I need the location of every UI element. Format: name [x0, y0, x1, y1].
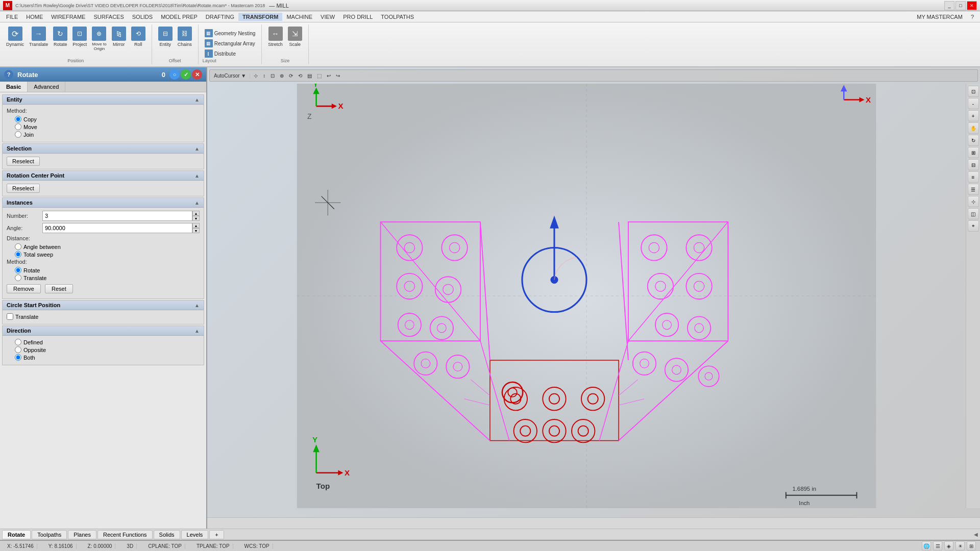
section-rotation-center-header[interactable]: Rotation Center Point ▲: [3, 171, 204, 181]
vp-tool-6[interactable]: ⟲: [296, 72, 304, 79]
vp-tool-9[interactable]: ↩: [325, 72, 333, 79]
ribbon-btn-roll[interactable]: ⟲ Roll: [129, 26, 148, 48]
method-move-radio[interactable]: [15, 123, 21, 130]
vp-tool-7[interactable]: ▤: [305, 72, 314, 79]
angle-between-radio[interactable]: [15, 243, 21, 250]
menu-home[interactable]: HOME: [22, 13, 47, 21]
section-selection-collapse[interactable]: ▲: [194, 146, 200, 152]
angle-up-btn[interactable]: ▲: [192, 223, 200, 228]
status-icon-sun[interactable]: ☀: [955, 541, 965, 550]
section-entity-header[interactable]: Entity ▲: [3, 95, 204, 105]
rt-tool-4[interactable]: ☰: [968, 184, 979, 195]
number-input[interactable]: [42, 211, 192, 221]
ribbon-btn-entity[interactable]: ⊟ Entity: [156, 26, 175, 48]
section-circle-start-collapse[interactable]: ▲: [194, 303, 200, 308]
bottomtab-planes[interactable]: Planes: [68, 530, 96, 539]
rotation-center-reselect-button[interactable]: Reselect: [7, 184, 40, 193]
angle-down-btn[interactable]: ▼: [192, 228, 200, 233]
rt-tool-1[interactable]: ⊞: [968, 147, 979, 158]
vp-tool-5[interactable]: ⟳: [287, 72, 295, 79]
status-icon-grid[interactable]: ⊞: [967, 541, 976, 550]
ribbon-btn-translate[interactable]: → Translate: [27, 26, 50, 48]
status-icon-3d[interactable]: ◈: [944, 541, 953, 550]
menu-view[interactable]: VIEW: [316, 13, 339, 21]
menu-pro-drill[interactable]: PRO DRILL: [339, 13, 377, 21]
menu-toolpaths[interactable]: TOOLPATHS: [377, 13, 418, 21]
section-direction-collapse[interactable]: ▲: [194, 328, 200, 334]
menu-transform[interactable]: TRANSFORM: [238, 13, 282, 21]
vp-tool-3[interactable]: ⊡: [268, 72, 277, 79]
translate-method-radio[interactable]: [15, 274, 21, 281]
menu-my-mastercam[interactable]: MY MASTERCAM: [913, 13, 967, 21]
tab-advanced[interactable]: Advanced: [28, 82, 65, 92]
rt-zoom-in[interactable]: +: [968, 110, 979, 121]
rt-tool-7[interactable]: ⌖: [968, 220, 979, 232]
rt-zoom-out[interactable]: -: [968, 98, 979, 109]
bottomtab-recent-functions[interactable]: Recent Functions: [97, 530, 153, 539]
rt-tool-5[interactable]: ⊹: [968, 196, 979, 207]
status-icon-globe[interactable]: 🌐: [922, 541, 931, 550]
reset-button[interactable]: Reset: [45, 284, 73, 293]
section-instances-collapse[interactable]: ▲: [194, 200, 200, 206]
section-direction-header[interactable]: Direction ▲: [3, 326, 204, 336]
menu-surfaces[interactable]: SURFACES: [89, 13, 128, 21]
menu-file[interactable]: FILE: [2, 13, 22, 21]
menu-help[interactable]: ?: [967, 13, 978, 21]
help-icon[interactable]: ?: [4, 70, 13, 79]
panel-cancel-btn[interactable]: ✕: [192, 69, 202, 80]
menu-wireframe[interactable]: WIREFRAME: [47, 13, 89, 21]
rt-zoom-fit[interactable]: ⊡: [968, 86, 979, 97]
translate-checkbox[interactable]: [7, 313, 13, 320]
bottomtab-toolpaths[interactable]: Toolpaths: [32, 530, 67, 539]
tab-basic[interactable]: Basic: [0, 82, 28, 92]
vp-tool-10[interactable]: ↪: [334, 72, 342, 79]
bottomtab-solids[interactable]: Solids: [154, 530, 180, 539]
ribbon-btn-scale[interactable]: ⇲ Scale: [286, 26, 304, 48]
bottomtab-levels[interactable]: Levels: [181, 530, 209, 539]
menu-solids[interactable]: SOLIDS: [128, 13, 157, 21]
remove-button[interactable]: Remove: [7, 284, 41, 293]
ribbon-btn-rectangular-array[interactable]: ▦ Rectangular Array: [203, 39, 258, 48]
viewport[interactable]: AutoCursor ▼ | ⊹ ↕ ⊡ ⊕ ⟳ ⟲ ▤ ⬚ ↩ ↪: [207, 67, 980, 529]
ribbon-btn-move-to-origin[interactable]: ⊕ Move toOrigin: [90, 26, 108, 52]
number-up-btn[interactable]: ▲: [192, 211, 200, 216]
autocursor-btn[interactable]: AutoCursor ▼: [212, 72, 248, 79]
bottomtab-rotate[interactable]: Rotate: [2, 530, 31, 539]
cad-canvas[interactable]: X Y Z X Y X Top: [207, 84, 966, 508]
vp-tool-1[interactable]: ⊹: [252, 72, 260, 79]
section-instances-header[interactable]: Instances ▲: [3, 198, 204, 208]
method-copy-radio[interactable]: [15, 116, 21, 122]
both-radio[interactable]: [15, 354, 21, 361]
defined-radio[interactable]: [15, 339, 21, 345]
panel-ok-btn[interactable]: ✓: [181, 69, 191, 80]
rt-tool-3[interactable]: ≡: [968, 171, 979, 183]
rt-rotate-view[interactable]: ↻: [968, 135, 979, 146]
rt-pan[interactable]: ✋: [968, 122, 979, 134]
opposite-radio[interactable]: [15, 346, 21, 353]
ribbon-btn-mirror[interactable]: ⧎ Mirror: [110, 26, 128, 48]
menu-machine[interactable]: MACHINE: [282, 13, 316, 21]
minimize-button[interactable]: _: [944, 1, 954, 10]
total-sweep-radio[interactable]: [15, 251, 21, 258]
selection-reselect-button[interactable]: Reselect: [7, 157, 40, 166]
angle-input[interactable]: [42, 223, 192, 233]
ribbon-btn-distribute[interactable]: ⫿ Distribute: [203, 49, 258, 58]
ribbon-btn-dynamic[interactable]: ⟳ Dynamic: [4, 26, 26, 48]
vp-tool-8[interactable]: ⬚: [315, 72, 324, 79]
ribbon-btn-geometry-nesting[interactable]: ▦ Geometry Nesting: [203, 29, 258, 38]
menu-drafting[interactable]: DRAFTING: [202, 13, 238, 21]
section-selection-header[interactable]: Selection ▲: [3, 144, 204, 154]
ribbon-btn-chains[interactable]: ⛓ Chains: [176, 26, 194, 48]
maximize-button[interactable]: □: [955, 1, 966, 10]
section-circle-start-header[interactable]: Circle Start Position ▲: [3, 300, 204, 310]
panel-ok-preview-btn[interactable]: ○: [169, 69, 180, 80]
menu-model-prep[interactable]: MODEL PREP: [157, 13, 202, 21]
rotate-method-radio[interactable]: [15, 267, 21, 273]
ribbon-btn-project[interactable]: ⊡ Project: [70, 26, 89, 48]
vp-tool-2[interactable]: ↕: [261, 72, 267, 79]
section-rotation-center-collapse[interactable]: ▲: [194, 173, 200, 179]
status-icon-layers[interactable]: ☰: [933, 541, 942, 550]
ribbon-btn-stretch[interactable]: ↔ Stretch: [266, 26, 285, 48]
method-join-radio[interactable]: [15, 131, 21, 138]
vp-tool-4[interactable]: ⊕: [278, 72, 286, 79]
